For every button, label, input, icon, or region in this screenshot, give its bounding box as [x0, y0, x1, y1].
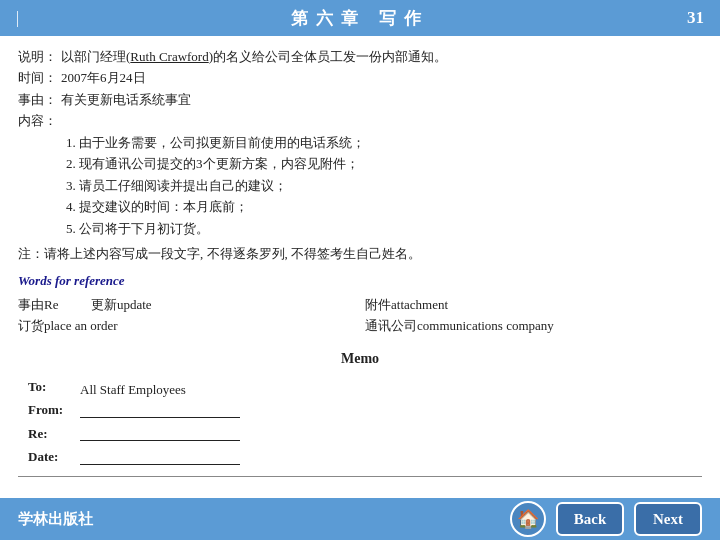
info-row-shuoming: 说明： 以部门经理(Ruth Crawford)的名义给公司全体员工发一份内部通… — [18, 46, 702, 67]
chapter-title: 第六章 写作 — [291, 7, 428, 30]
memo-field-re: Re: — [28, 423, 702, 444]
next-button[interactable]: Next — [634, 502, 702, 536]
back-button[interactable]: Back — [556, 502, 624, 536]
page-number: 31 — [687, 8, 704, 28]
memo-field-to: To: All Staff Employees — [28, 376, 702, 397]
list-item: 2. 现有通讯公司提交的3个更新方案，内容见附件； — [66, 153, 702, 174]
word-shiyoure: 事由Re 更新update — [18, 294, 355, 315]
words-grid: 事由Re 更新update 附件attachment 订货place an or… — [18, 294, 702, 337]
home-icon: 🏠 — [517, 508, 539, 530]
value-neirong — [61, 110, 702, 131]
label-neirong: 内容： — [18, 110, 57, 131]
memo-label-from: From: — [28, 399, 74, 420]
page-footer: 学林出版社 🏠 Back Next — [0, 498, 720, 540]
value-shijian: 2007年6月24日 — [61, 67, 702, 88]
memo-value-from — [80, 402, 240, 418]
info-row-neirong: 内容： — [18, 110, 702, 131]
memo-label-date: Date: — [28, 446, 74, 467]
numbered-list: 1. 由于业务需要，公司拟更新目前使用的电话系统； 2. 现有通讯公司提交的3个… — [66, 132, 702, 239]
value-shiyou: 有关更新电话系统事宜 — [61, 89, 702, 110]
back-label: Back — [574, 511, 607, 528]
publisher-name: 学林出版社 — [18, 510, 93, 529]
memo-field-from: From: — [28, 399, 702, 420]
memo-value-re — [80, 425, 240, 441]
list-item: 1. 由于业务需要，公司拟更新目前使用的电话系统； — [66, 132, 702, 153]
memo-title: Memo — [18, 347, 702, 370]
label-shiyou: 事由： — [18, 89, 57, 110]
word-tongxun: 通讯公司communications company — [365, 315, 702, 336]
pipe-separator: | — [16, 9, 19, 27]
list-item: 5. 公司将于下月初订货。 — [66, 218, 702, 239]
value-shuoming: 以部门经理(Ruth Crawford)的名义给公司全体员工发一份内部通知。 — [61, 46, 702, 67]
page-header: | 第六章 写作 31 — [0, 0, 720, 36]
footer-buttons: 🏠 Back Next — [510, 501, 702, 537]
list-item: 4. 提交建议的时间：本月底前； — [66, 196, 702, 217]
note-row: 注：请将上述内容写成一段文字, 不得逐条罗列, 不得签考生自己姓名。 — [18, 243, 702, 264]
memo-field-date: Date: — [28, 446, 702, 467]
name-underline: Ruth Crawford — [130, 49, 208, 64]
memo-value-date — [80, 449, 240, 465]
list-item: 3. 请员工仔细阅读并提出自己的建议； — [66, 175, 702, 196]
memo-label-to: To: — [28, 376, 74, 397]
main-content: 说明： 以部门经理(Ruth Crawford)的名义给公司全体员工发一份内部通… — [0, 36, 720, 489]
info-row-shiyou: 事由： 有关更新电话系统事宜 — [18, 89, 702, 110]
memo-fields: To: All Staff Employees From: Re: Date: — [28, 376, 702, 468]
word-dinghuo: 订货place an order — [18, 315, 355, 336]
memo-section: Memo To: All Staff Employees From: Re: D… — [18, 347, 702, 468]
memo-value-to: All Staff Employees — [80, 379, 240, 395]
memo-label-re: Re: — [28, 423, 74, 444]
next-label: Next — [653, 511, 683, 528]
word-fujian: 附件attachment — [365, 294, 702, 315]
home-button[interactable]: 🏠 — [510, 501, 546, 537]
words-title: Words for reference — [18, 270, 702, 291]
label-shijian: 时间： — [18, 67, 57, 88]
info-row-shijian: 时间： 2007年6月24日 — [18, 67, 702, 88]
bottom-divider — [18, 476, 702, 477]
label-shuoming: 说明： — [18, 46, 57, 67]
